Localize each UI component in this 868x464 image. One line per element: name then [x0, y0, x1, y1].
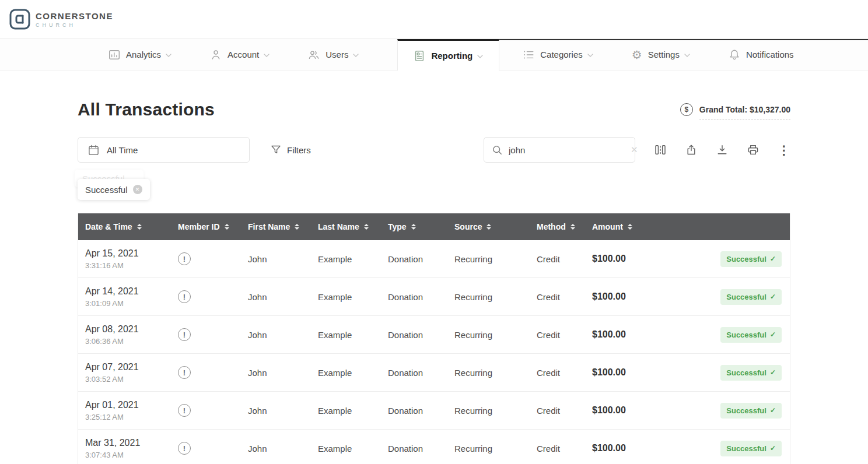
- nav-item-account[interactable]: Account: [210, 39, 270, 70]
- date-range-picker[interactable]: All Time: [78, 137, 250, 163]
- download-icon[interactable]: [716, 143, 729, 156]
- users-icon: [308, 49, 320, 61]
- nav-item-reporting[interactable]: Reporting: [397, 39, 499, 71]
- main-nav: Analytics Account: [0, 39, 868, 71]
- chevron-down-icon: [587, 54, 593, 57]
- member-id-alert-icon[interactable]: !: [178, 366, 191, 379]
- last-name-cell: Example: [318, 444, 388, 454]
- grand-total: $ Grand Total: $10,327.00: [680, 103, 790, 116]
- transactions-table: Date & Time Member ID First Name Last Na…: [78, 213, 790, 464]
- method-cell: Credit: [537, 330, 592, 340]
- grand-total-text: Grand Total: $10,327.00: [699, 105, 790, 120]
- member-id-alert-icon[interactable]: !: [178, 404, 191, 417]
- filters-button[interactable]: Filters: [271, 145, 311, 155]
- nav-label: Categories: [540, 50, 583, 59]
- search-input[interactable]: [509, 145, 625, 155]
- column-header-last-name[interactable]: Last Name: [318, 222, 388, 231]
- filter-chip-label: Successful: [85, 185, 128, 195]
- print-icon[interactable]: [747, 143, 760, 156]
- column-header-first-name[interactable]: First Name: [248, 222, 318, 231]
- status-label: Successful: [726, 406, 766, 415]
- chip-remove-icon[interactable]: ✕: [133, 185, 142, 194]
- sort-icon: [487, 224, 491, 230]
- app-screen: CORNERSTONE CHURCH Analytics: [0, 0, 868, 464]
- table-row[interactable]: Apr 01, 2021 3:25:12 AM ! John Example D…: [78, 392, 790, 430]
- nav-item-analytics[interactable]: Analytics: [108, 39, 172, 70]
- transaction-time: 3:06:36 AM: [85, 337, 178, 346]
- account-icon: [210, 49, 222, 61]
- amount-cell: $100.00: [592, 291, 668, 302]
- chevron-down-icon: [264, 54, 270, 57]
- filter-chip-successful[interactable]: Successful ✕: [78, 179, 150, 200]
- nav-label: Account: [228, 50, 259, 59]
- type-cell: Donation: [388, 292, 454, 302]
- nav-item-users[interactable]: Users: [308, 39, 359, 70]
- source-cell: Recurring: [454, 368, 537, 378]
- brand-text: CORNERSTONE CHURCH: [36, 11, 113, 28]
- status-badge: Successful ✓: [720, 441, 782, 456]
- column-header-type[interactable]: Type: [388, 222, 454, 231]
- transaction-date: Apr 14, 2021: [85, 286, 178, 297]
- nav-label: Notifications: [746, 50, 794, 59]
- analytics-icon: [108, 49, 120, 61]
- status-label: Successful: [726, 255, 766, 263]
- brand-line1: CORNERSTONE: [36, 11, 113, 21]
- sort-icon: [137, 224, 142, 230]
- transaction-time: 3:25:12 AM: [85, 413, 178, 421]
- table-body: Apr 15, 2021 3:31:16 AM ! John Example D…: [78, 240, 790, 464]
- table-row[interactable]: Mar 31, 2021 3:07:43 AM ! John Example D…: [78, 430, 790, 464]
- transaction-date: Apr 07, 2021: [85, 362, 178, 372]
- categories-icon: [523, 49, 534, 61]
- sort-icon: [225, 224, 229, 230]
- search-clear-icon[interactable]: ✕: [631, 145, 638, 155]
- transaction-time: 3:03:52 AM: [85, 375, 178, 384]
- sort-icon: [295, 224, 299, 230]
- column-header-date-time[interactable]: Date & Time: [85, 222, 178, 231]
- column-header-method[interactable]: Method: [537, 222, 592, 231]
- brand-logo[interactable]: CORNERSTONE CHURCH: [9, 8, 113, 30]
- member-id-alert-icon[interactable]: !: [178, 290, 191, 303]
- table-actions: ⋮: [654, 143, 790, 156]
- transaction-time: 3:07:43 AM: [85, 451, 178, 459]
- kebab-menu-icon[interactable]: ⋮: [778, 143, 790, 156]
- share-icon[interactable]: [685, 143, 698, 156]
- columns-icon[interactable]: [654, 143, 667, 156]
- last-name-cell: Example: [318, 292, 388, 302]
- page-title: All Transactions: [78, 100, 215, 119]
- dollar-icon: $: [680, 103, 693, 116]
- table-row[interactable]: Apr 08, 2021 3:06:36 AM ! John Example D…: [78, 316, 790, 354]
- church-logo-icon: [9, 8, 31, 30]
- nav-label: Reporting: [431, 51, 473, 61]
- status-badge: Successful ✓: [720, 289, 782, 305]
- search-icon: [492, 145, 503, 156]
- amount-cell: $100.00: [592, 367, 668, 378]
- column-header-amount[interactable]: Amount: [592, 222, 668, 231]
- nav-item-settings[interactable]: ⚙ Settings: [632, 39, 690, 70]
- nav-label: Users: [326, 50, 348, 59]
- reporting-icon: [414, 50, 425, 62]
- nav-item-categories[interactable]: Categories: [523, 39, 593, 70]
- main-content: All Transactions $ Grand Total: $10,327.…: [78, 100, 790, 464]
- member-id-alert-icon[interactable]: !: [178, 328, 191, 341]
- member-id-alert-icon[interactable]: !: [178, 252, 191, 265]
- column-header-source[interactable]: Source: [454, 222, 537, 231]
- table-row[interactable]: Apr 07, 2021 3:03:52 AM ! John Example D…: [78, 354, 790, 392]
- nav-item-notifications[interactable]: Notifications: [729, 39, 794, 70]
- last-name-cell: Example: [318, 254, 388, 264]
- transaction-date: Mar 31, 2021: [85, 438, 178, 448]
- member-id-alert-icon[interactable]: !: [178, 442, 191, 455]
- search-box: ✕: [484, 137, 635, 163]
- column-header-member-id[interactable]: Member ID: [178, 222, 248, 231]
- chevron-down-icon: [353, 54, 359, 57]
- source-cell: Recurring: [454, 292, 537, 302]
- check-icon: ✓: [770, 406, 776, 414]
- method-cell: Credit: [537, 444, 592, 454]
- chevron-down-icon: [684, 54, 690, 57]
- nav-label: Analytics: [126, 50, 161, 59]
- sort-icon: [411, 224, 416, 230]
- chevron-down-icon: [477, 55, 483, 58]
- table-row[interactable]: Apr 14, 2021 3:01:09 AM ! John Example D…: [78, 278, 790, 316]
- table-row[interactable]: Apr 15, 2021 3:31:16 AM ! John Example D…: [78, 240, 790, 278]
- method-cell: Credit: [537, 368, 592, 378]
- first-name-cell: John: [248, 444, 318, 454]
